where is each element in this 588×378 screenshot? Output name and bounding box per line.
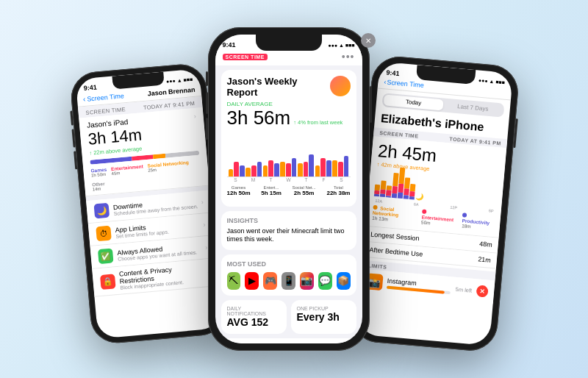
volume-down-button <box>206 118 208 140</box>
status-icons: ●●● ▲ ■■■ <box>478 77 505 85</box>
bar <box>309 154 314 176</box>
silent-switch <box>70 110 74 125</box>
device-row[interactable]: Jason's iPad › 3h 14m ↑ 22m above averag… <box>79 107 209 197</box>
chevron-icon: › <box>203 221 206 229</box>
app-icons-row: ⛏ ▶ 🎮 📱 📸 💬 📦 <box>227 272 351 290</box>
chevron-icon: › <box>204 243 207 251</box>
bar <box>240 165 245 176</box>
bar <box>326 160 331 176</box>
downtime-icon: 🌙 <box>93 203 110 219</box>
app-icon-3: 🎮 <box>263 272 277 290</box>
usage-labels: Games 1h 50m Entertainment 45m Social Ne… <box>90 159 201 192</box>
bar <box>251 165 257 176</box>
bar <box>274 163 279 176</box>
bar <box>257 162 262 176</box>
daily-notifs-card: Daily Notifications AVG 152 <box>221 300 287 334</box>
manage-screen-time-button[interactable]: Manage Screen Time <box>221 338 356 343</box>
one-pickup-card: One Pickup Every 3h <box>291 300 356 334</box>
social-bar <box>153 154 165 159</box>
from-last: ↑ 4% from last week <box>293 119 343 126</box>
always-allowed-text: Always Allowed Choose apps you want at a… <box>116 241 205 261</box>
most-used-title: Most Used <box>227 260 351 268</box>
status-time: 9:41 <box>223 41 236 49</box>
volume-up-button <box>206 92 208 114</box>
today-tab[interactable]: Today <box>383 94 443 110</box>
daily-avg-time: 3h 56m <box>227 107 291 129</box>
one-pickup-value: Every 3h <box>297 311 351 323</box>
chart-days: S M T W T F S <box>227 177 351 182</box>
right-phone: 9:41 ●●● ▲ ■■■ ‹ Screen Time Today Last … <box>348 54 520 353</box>
daily-notifs-label: Daily Notifications <box>227 306 281 316</box>
notch <box>256 35 322 51</box>
chevron-icon: › <box>201 199 204 206</box>
bar <box>280 162 285 176</box>
other-bar <box>165 151 199 158</box>
app-limits-icon: ⏱ <box>96 226 112 242</box>
content-privacy-icon: 🔒 <box>99 274 115 290</box>
status-icons: ●●● ▲ ■■■ <box>165 76 193 84</box>
bar <box>304 162 309 176</box>
status-time: 9:41 <box>83 83 97 92</box>
close-button[interactable]: ✕ <box>361 33 376 48</box>
screen-time-badge: SCREEN TIME <box>223 54 268 60</box>
app-icon-5: 💬 <box>318 272 332 290</box>
bar <box>234 162 239 176</box>
app-icon-minecraft: ⛏ <box>227 272 241 290</box>
always-allowed-icon: ✅ <box>97 249 113 265</box>
limits-bar: Instagram <box>386 277 451 295</box>
left-phone: 9:41 ●●● ▲ ■■■ ‹ Screen Time Jason Brenn… <box>68 63 228 346</box>
big-time: 3h 14m <box>87 126 142 148</box>
bar <box>298 163 303 176</box>
bar <box>315 165 320 176</box>
most-used-section: Most Used ⛏ ▶ 🎮 📱 📸 💬 📦 <box>221 254 356 296</box>
bar <box>245 168 251 176</box>
back-button[interactable]: ‹ Screen Time <box>383 78 423 89</box>
app-icon-6: 📦 <box>337 272 351 290</box>
silent-switch <box>206 71 208 86</box>
nav-back-label[interactable]: Screen Time <box>86 92 123 102</box>
power-button <box>370 86 372 123</box>
avatar <box>330 76 351 96</box>
limits-warning-icon: ✕ <box>476 285 488 297</box>
bar <box>332 160 337 176</box>
center-phone: ✕ 9:41 ●●● ▲ ■■■ SCREEN TIME ••• <box>208 27 370 351</box>
one-pickup-label: One Pickup <box>297 306 351 311</box>
back-arrow[interactable]: ‹ <box>82 95 85 103</box>
moon-icon: 🌙 <box>415 193 420 200</box>
status-icons: ●●● ▲ ■■■ <box>328 43 354 48</box>
insights-section: Insights Jason went over their Minecraft… <box>221 211 356 250</box>
report-section: Jason's Weekly Report Daily Average 3h 5… <box>221 70 356 207</box>
page-title: Jason Brennan <box>147 85 196 97</box>
limits-remaining: 5m left <box>455 285 472 293</box>
entertainment-bar <box>131 154 153 161</box>
app-icon-4: 📱 <box>282 272 295 290</box>
bar <box>268 160 273 176</box>
power-button <box>513 118 517 148</box>
volume-up-button <box>71 129 75 147</box>
volume-down-button <box>74 151 77 169</box>
screen-time-block: 2h 45m ↑ 42m above average <box>365 136 506 238</box>
bar <box>263 165 268 176</box>
bar <box>344 156 349 176</box>
downtime-text: Downtime Schedule time away from the scr… <box>112 196 201 215</box>
games-bar <box>90 157 132 165</box>
more-icon[interactable]: ••• <box>342 51 355 63</box>
bar <box>286 163 291 176</box>
chart-categories: Games 12h 50m Entert... 5h 15m Social Ne… <box>227 185 351 196</box>
bar <box>338 162 343 176</box>
last7days-tab[interactable]: Last 7 Days <box>442 99 503 115</box>
notifs-section: Daily Notifications AVG 152 One Pickup E… <box>221 300 356 334</box>
bar <box>292 158 297 176</box>
chart: S M T W T F S Games 12h 50m <box>227 133 351 196</box>
app-icon-instagram: 📸 <box>300 272 314 290</box>
chevron-icon: › <box>193 112 196 119</box>
bar <box>229 169 234 176</box>
content-privacy-text: Content & Privacy Restrictions Block ina… <box>118 263 208 290</box>
center-nav: SCREEN TIME ••• <box>215 49 362 65</box>
app-limits-text: App Limits Set time limits for apps. <box>115 218 204 238</box>
bar <box>320 158 326 176</box>
app-icon-youtube: ▶ <box>245 272 259 290</box>
daily-notifs-value: AVG 152 <box>227 316 281 328</box>
insights-title: Insights <box>227 217 351 224</box>
insights-text: Jason went over their Minecraft limit tw… <box>227 227 351 244</box>
